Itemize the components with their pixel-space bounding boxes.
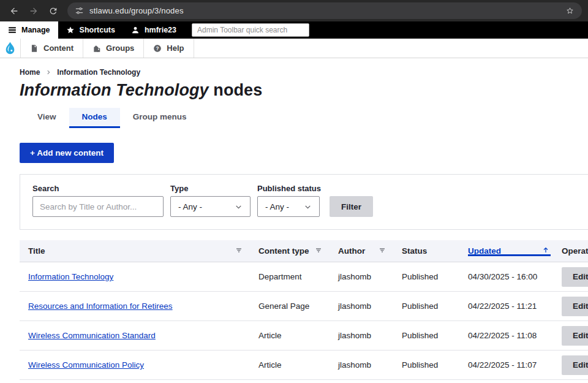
filter-list-icon[interactable] <box>235 246 243 256</box>
admin-toolbar: Manage Shortcuts hmfrie23 <box>0 21 588 39</box>
table-body: Information Technology Department jlasho… <box>20 262 588 380</box>
search-label: Search <box>32 184 164 193</box>
content-type-cell: Article <box>258 360 338 370</box>
edit-button[interactable]: Edit <box>562 297 588 316</box>
table-header-row: Title Content type Author Status Updated <box>20 240 588 262</box>
node-title-link[interactable]: Resources and Information for Retirees <box>28 301 173 311</box>
add-new-content-button[interactable]: + Add new content <box>20 143 114 163</box>
tray-item-groups[interactable]: Groups <box>83 39 144 58</box>
filter-list-icon[interactable] <box>379 246 386 256</box>
page-title: Information Technology nodes <box>20 81 588 100</box>
published-status-select[interactable]: - Any - <box>257 196 320 217</box>
header-content-type[interactable]: Content type <box>258 246 338 256</box>
header-updated-sort[interactable]: Updated <box>468 246 562 256</box>
content-type-cell: General Page <box>258 301 338 311</box>
published-status-label: Published status <box>257 184 321 193</box>
drupal-tray: Content Groups ? Help <box>0 39 588 58</box>
type-select[interactable]: - Any - <box>170 196 251 217</box>
help-icon: ? <box>153 44 162 53</box>
node-title-link[interactable]: Wireless Communication Standard <box>28 331 156 340</box>
author-cell: jlashomb <box>338 301 402 311</box>
author-cell: jlashomb <box>338 331 402 340</box>
content-icon <box>30 44 39 53</box>
tray-item-content[interactable]: Content <box>21 39 83 58</box>
content-type-cell: Department <box>258 272 338 281</box>
manage-menu-item[interactable]: Manage <box>0 21 58 39</box>
author-cell: jlashomb <box>338 360 402 370</box>
updated-cell: 04/30/2025 - 16:00 <box>468 272 562 281</box>
page-content: Home Information Technology Information … <box>0 58 588 383</box>
table-row: Wireless Communication Policy Article jl… <box>20 351 588 380</box>
table-row: Wireless Communication Standard Article … <box>20 321 588 351</box>
svg-text:?: ? <box>156 45 159 51</box>
shortcuts-menu-item[interactable]: Shortcuts <box>58 21 123 39</box>
url-text[interactable]: stlawu.edu/group/3/nodes <box>89 6 560 15</box>
chevron-right-icon <box>45 69 51 75</box>
partial-next-row <box>20 380 588 383</box>
tab-group-menus[interactable]: Group menus <box>120 108 200 128</box>
type-label: Type <box>170 184 251 193</box>
nodes-table: Title Content type Author Status Updated <box>20 240 588 383</box>
user-menu-item[interactable]: hmfrie23 <box>123 21 184 39</box>
filter-panel: Search Type - Any - Published status - A… <box>20 174 588 230</box>
browser-toolbar: stlawu.edu/group/3/nodes <box>0 0 588 21</box>
updated-cell: 04/22/2025 - 11:21 <box>468 301 562 311</box>
sort-ascending-icon <box>542 246 549 256</box>
updated-cell: 04/22/2025 - 11:07 <box>468 360 562 370</box>
address-bar[interactable]: stlawu.edu/group/3/nodes <box>67 2 582 19</box>
tray-item-help[interactable]: ? Help <box>144 39 194 58</box>
primary-tabs: View Nodes Group menus <box>24 108 588 128</box>
header-title[interactable]: Title <box>20 246 258 256</box>
tab-nodes[interactable]: Nodes <box>69 108 120 128</box>
status-cell: Published <box>402 301 468 311</box>
drupal-logo[interactable] <box>0 39 21 58</box>
content-type-cell: Article <box>258 331 338 340</box>
breadcrumb-current: Information Technology <box>57 68 140 77</box>
header-status[interactable]: Status <box>402 246 468 256</box>
admin-quick-search-input[interactable] <box>192 23 309 37</box>
back-icon[interactable] <box>6 3 22 19</box>
edit-button[interactable]: Edit <box>562 355 588 375</box>
user-icon <box>131 26 140 34</box>
star-icon <box>66 26 75 34</box>
edit-button[interactable]: Edit <box>562 326 588 346</box>
reload-icon[interactable] <box>45 3 61 19</box>
status-cell: Published <box>402 360 468 370</box>
breadcrumb: Home Information Technology <box>20 68 588 77</box>
chevron-down-icon <box>304 203 312 211</box>
table-row: Resources and Information for Retirees G… <box>20 292 588 321</box>
tab-view[interactable]: View <box>24 108 69 128</box>
filter-list-icon[interactable] <box>315 246 322 256</box>
header-author[interactable]: Author <box>338 246 402 256</box>
status-cell: Published <box>402 272 468 281</box>
forward-icon[interactable] <box>26 3 42 19</box>
chevron-down-icon <box>235 203 243 211</box>
groups-icon <box>92 44 101 53</box>
status-cell: Published <box>402 331 468 340</box>
header-operations: Operations <box>562 246 588 256</box>
filter-button[interactable]: Filter <box>330 196 373 217</box>
edit-button[interactable]: Edit <box>562 267 588 287</box>
table-row: Information Technology Department jlasho… <box>20 262 588 292</box>
hamburger-icon <box>8 26 17 34</box>
node-title-link[interactable]: Wireless Communication Policy <box>28 360 144 370</box>
bookmark-star-icon[interactable] <box>565 6 575 15</box>
breadcrumb-home-link[interactable]: Home <box>20 68 40 77</box>
search-input[interactable] <box>32 196 164 217</box>
updated-cell: 04/22/2025 - 11:08 <box>468 331 562 340</box>
author-cell: jlashomb <box>338 272 402 281</box>
node-title-link[interactable]: Information Technology <box>28 272 113 281</box>
site-settings-icon[interactable] <box>75 6 84 15</box>
